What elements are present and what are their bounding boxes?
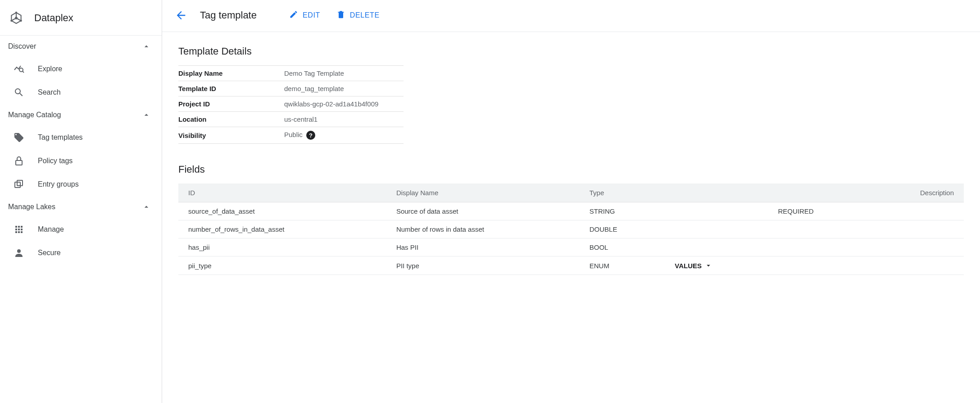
field-display-name: Source of data asset: [386, 202, 580, 220]
details-heading: Template Details: [178, 46, 964, 57]
nav-label: Search: [38, 88, 61, 96]
details-value: us-central1: [284, 112, 404, 127]
edit-icon: [289, 10, 298, 21]
field-required-cell: [768, 220, 867, 238]
sidebar-section-manage-catalog[interactable]: Manage Catalog: [0, 104, 162, 126]
table-row: has_piiHas PIIBOOL: [178, 238, 964, 256]
field-id: source_of_data_asset: [178, 202, 386, 220]
main: Tag template EDIT DELETE Template Detail…: [162, 0, 980, 403]
fields-column-header: ID: [178, 183, 386, 202]
field-type: DOUBLE: [580, 220, 665, 238]
help-icon[interactable]: ?: [306, 131, 315, 140]
back-button[interactable]: [175, 9, 187, 22]
field-values-cell: [665, 238, 768, 256]
details-label: Template ID: [178, 81, 284, 96]
person-icon: [14, 247, 24, 258]
field-description: [867, 238, 964, 256]
nav-label: Manage: [38, 225, 64, 234]
search-icon: [14, 87, 24, 98]
details-value: demo_tag_template: [284, 81, 404, 96]
section-label: Discover: [8, 42, 36, 50]
sidebar-item-manage[interactable]: Manage: [0, 218, 162, 241]
field-required-cell: REQUIRED: [768, 202, 867, 220]
details-table: Display NameDemo Tag TemplateTemplate ID…: [178, 65, 404, 144]
svg-point-22: [17, 249, 21, 253]
field-description: [867, 220, 964, 238]
details-value: Demo Tag Template: [284, 66, 404, 81]
delete-button[interactable]: DELETE: [335, 7, 381, 23]
chevron-up-icon: [142, 202, 151, 211]
svg-point-6: [20, 20, 22, 22]
sidebar-item-search[interactable]: Search: [0, 81, 162, 104]
entry-groups-icon: [14, 179, 24, 190]
field-values-cell: VALUES: [665, 256, 768, 275]
field-type: STRING: [580, 202, 665, 220]
field-description: [867, 202, 964, 220]
svg-rect-15: [21, 226, 23, 228]
sidebar-item-secure[interactable]: Secure: [0, 241, 162, 265]
svg-point-8: [19, 68, 23, 72]
details-row: Template IDdemo_tag_template: [178, 81, 404, 96]
lock-icon: [14, 156, 24, 166]
nav-label: Policy tags: [38, 157, 73, 165]
values-dropdown[interactable]: VALUES: [675, 261, 712, 270]
details-row: Project IDqwiklabs-gcp-02-ad1a41b4f009: [178, 96, 404, 112]
fields-table: IDDisplay NameTypeDescription source_of_…: [178, 183, 964, 275]
chevron-up-icon: [142, 42, 151, 51]
fields-column-header: Type: [580, 183, 665, 202]
details-row: Display NameDemo Tag Template: [178, 66, 404, 81]
field-type: BOOL: [580, 238, 665, 256]
svg-rect-18: [21, 229, 23, 230]
table-row: source_of_data_assetSource of data asset…: [178, 202, 964, 220]
sidebar-item-tag-templates[interactable]: Tag templates: [0, 126, 162, 149]
edit-button[interactable]: EDIT: [287, 7, 322, 23]
svg-rect-17: [18, 229, 20, 230]
details-label: Visibility: [178, 127, 284, 144]
field-display-name: Has PII: [386, 238, 580, 256]
details-value: qwiklabs-gcp-02-ad1a41b4f009: [284, 96, 404, 112]
svg-rect-19: [15, 231, 17, 233]
sidebar-section-discover[interactable]: Discover: [0, 36, 162, 57]
field-type: ENUM: [580, 256, 665, 275]
nav-label: Explore: [38, 65, 62, 73]
details-row: Locationus-central1: [178, 112, 404, 127]
tag-icon: [14, 132, 24, 143]
svg-rect-13: [15, 226, 17, 228]
details-label: Location: [178, 112, 284, 127]
brand-name: Dataplex: [34, 12, 73, 24]
fields-heading: Fields: [178, 164, 964, 175]
fields-column-header: Description: [867, 183, 964, 202]
page-title: Tag template: [200, 9, 257, 21]
svg-rect-16: [15, 229, 17, 230]
edit-label: EDIT: [303, 11, 320, 19]
details-label: Display Name: [178, 66, 284, 81]
field-required-cell: [768, 256, 867, 275]
field-values-cell: [665, 202, 768, 220]
table-row: number_of_rows_in_data_assetNumber of ro…: [178, 220, 964, 238]
field-display-name: PII type: [386, 256, 580, 275]
table-row: pii_typePII typeENUMVALUES: [178, 256, 964, 275]
fields-column-header: Display Name: [386, 183, 580, 202]
brand[interactable]: Dataplex: [0, 5, 162, 36]
sidebar-item-explore[interactable]: Explore: [0, 57, 162, 81]
grid-icon: [14, 224, 24, 235]
svg-point-5: [15, 12, 17, 14]
sidebar-item-entry-groups[interactable]: Entry groups: [0, 173, 162, 196]
fields-column-header: [665, 183, 768, 202]
field-required-cell: [768, 238, 867, 256]
sidebar-section-manage-lakes[interactable]: Manage Lakes: [0, 196, 162, 218]
dataplex-icon: [9, 11, 23, 25]
svg-rect-21: [21, 231, 23, 233]
section-label: Manage Lakes: [8, 203, 55, 211]
fields-column-header: [768, 183, 867, 202]
svg-rect-20: [18, 231, 20, 233]
sidebar-item-policy-tags[interactable]: Policy tags: [0, 149, 162, 173]
nav-label: Tag templates: [38, 133, 83, 142]
details-row: VisibilityPublic?: [178, 127, 404, 144]
field-id: number_of_rows_in_data_asset: [178, 220, 386, 238]
delete-label: DELETE: [350, 11, 380, 19]
chevron-up-icon: [142, 110, 151, 119]
nav-label: Secure: [38, 249, 61, 257]
delete-icon: [336, 10, 345, 21]
field-id: pii_type: [178, 256, 386, 275]
